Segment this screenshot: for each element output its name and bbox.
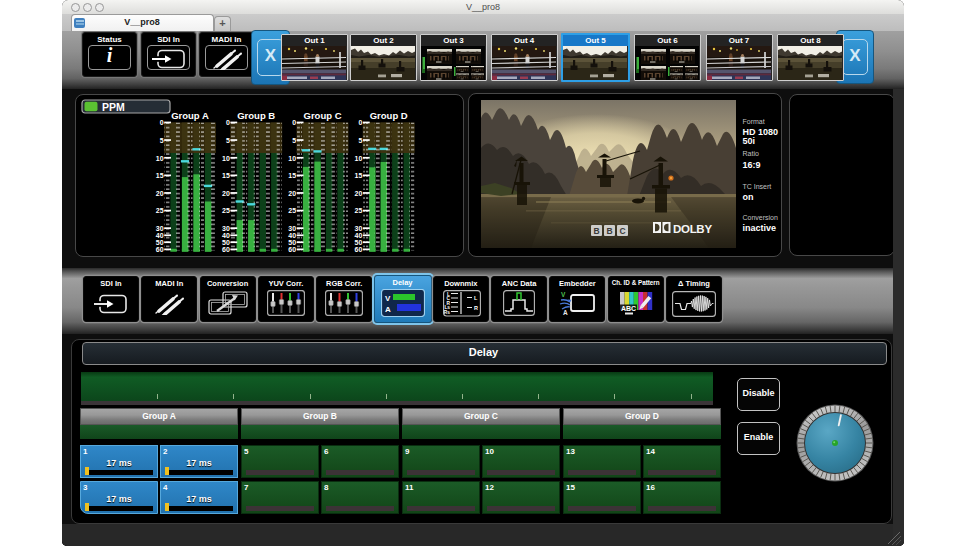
svg-text:5: 5	[358, 137, 362, 144]
svg-text:C: C	[619, 226, 625, 236]
svg-text:Group A: Group A	[171, 110, 209, 121]
svg-text:V: V	[561, 291, 566, 298]
svg-text:L: L	[474, 295, 478, 301]
svg-text:5: 5	[226, 137, 230, 144]
svg-text:20: 20	[355, 190, 363, 197]
svg-text:30: 30	[222, 225, 230, 232]
svg-text:PPM: PPM	[102, 101, 125, 113]
svg-text:Group B: Group B	[237, 110, 275, 121]
svg-text:25: 25	[288, 207, 296, 214]
svg-text:V: V	[385, 294, 391, 303]
svg-text:15: 15	[355, 172, 363, 179]
svg-text:ABC: ABC	[621, 305, 636, 312]
svg-text:60: 60	[156, 246, 164, 253]
svg-text:Group D: Group D	[370, 110, 408, 121]
svg-text:20: 20	[222, 190, 230, 197]
svg-text:0: 0	[160, 119, 164, 126]
svg-text:0: 0	[358, 119, 362, 126]
svg-text:50: 50	[288, 239, 296, 246]
svg-text:15: 15	[156, 172, 164, 179]
svg-text:0: 0	[292, 119, 296, 126]
svg-text:25: 25	[355, 207, 363, 214]
svg-text:15: 15	[288, 172, 296, 179]
svg-text:20: 20	[288, 190, 296, 197]
svg-text:50: 50	[222, 239, 230, 246]
svg-text:50: 50	[355, 239, 363, 246]
svg-text:Group C: Group C	[304, 110, 342, 121]
svg-text:40: 40	[156, 232, 164, 239]
svg-text:40: 40	[288, 232, 296, 239]
svg-text:25: 25	[156, 207, 164, 214]
svg-text:30: 30	[288, 225, 296, 232]
svg-text:0: 0	[226, 119, 230, 126]
svg-text:B: B	[593, 226, 599, 236]
svg-text:5: 5	[160, 137, 164, 144]
svg-text:R: R	[474, 305, 478, 311]
svg-text:15: 15	[222, 172, 230, 179]
svg-text:10: 10	[222, 155, 230, 162]
svg-text:60: 60	[288, 246, 296, 253]
svg-text:60: 60	[355, 246, 363, 253]
svg-text:25: 25	[222, 207, 230, 214]
svg-text:5: 5	[292, 137, 296, 144]
svg-text:10: 10	[288, 155, 296, 162]
svg-text:B: B	[606, 226, 612, 236]
svg-text:A: A	[385, 305, 391, 314]
svg-text:50: 50	[156, 239, 164, 246]
svg-text:40: 40	[222, 232, 230, 239]
svg-text:Rs: Rs	[444, 310, 450, 315]
svg-text:60: 60	[222, 246, 230, 253]
svg-text:30: 30	[355, 225, 363, 232]
svg-text:10: 10	[156, 155, 164, 162]
svg-text:A: A	[563, 309, 568, 316]
svg-text:40: 40	[355, 232, 363, 239]
svg-text:DOLBY: DOLBY	[673, 223, 712, 235]
svg-text:10: 10	[355, 155, 363, 162]
svg-text:30: 30	[156, 225, 164, 232]
svg-text:20: 20	[156, 190, 164, 197]
